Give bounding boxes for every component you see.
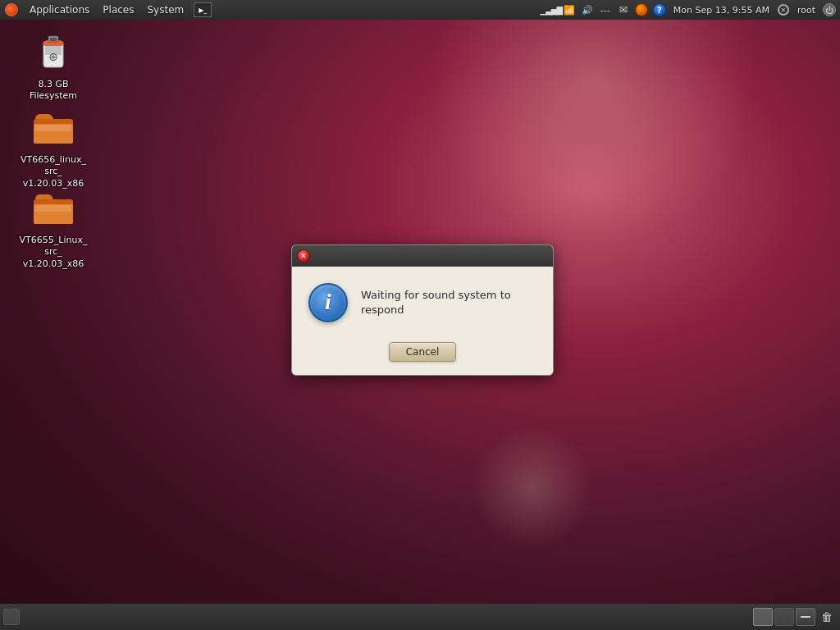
folder-vt6655-image [34,190,73,230]
desktop-icon-folder-vt6655[interactable]: VT6655_Linux_src_v1.20.03_x86 [12,187,94,275]
folder-vt6656-svg [34,112,73,147]
svg-rect-11 [35,205,71,212]
power-button-icon[interactable]: ✕ [776,2,791,17]
folder-vt6655-svg [34,193,73,227]
desktop-switcher [753,608,794,626]
info-icon: i [308,283,348,322]
usb-icon-svg: ⊕ [37,34,70,74]
help-icon[interactable]: ? [652,2,667,17]
clock: Mon Sep 13, 9:55 AM [670,0,773,20]
terminal-icon[interactable] [194,2,212,17]
bottom-panel-right: 🗑 [753,608,837,626]
desktop-switcher-2[interactable] [774,608,794,626]
bluetooth-icon[interactable]: --- [598,2,613,17]
firefox-icon[interactable] [634,2,649,17]
svg-rect-8 [35,125,71,131]
usb-icon-image: ⊕ [34,34,73,74]
desktop: Applications Places System ▁▃▅▇ 📶 🔊 --- … [0,0,840,630]
volume-icon[interactable]: 🔊 [580,2,595,17]
folder-vt6656-image [34,110,73,149]
wifi-icon[interactable]: 📶 [562,2,577,17]
dialog-content-row: i Waiting for sound system to respond [308,283,536,322]
svg-rect-5 [43,41,63,46]
svg-rect-3 [50,38,57,41]
panel-left: Applications Places System [3,0,544,20]
show-desktop-button[interactable] [3,609,20,625]
menu-item-places[interactable]: Places [96,0,140,20]
usb-filesystem-label: 8.3 GB Filesystem [16,77,91,104]
panel-right: ▁▃▅▇ 📶 🔊 --- ✉ ? Mo [544,0,837,20]
folder-vt6656-label: VT6656_linux_src_v1.20.03_x86 [16,153,91,191]
svg-text:⊕: ⊕ [48,50,58,63]
bottom-panel-left [3,609,753,625]
mail-icon[interactable]: ✉ [616,2,631,17]
dialog-close-button[interactable]: ✕ [297,249,310,262]
top-panel: Applications Places System ▁▃▅▇ 📶 🔊 --- … [0,0,840,20]
ubuntu-logo-icon[interactable] [3,2,20,18]
network-bars-icon[interactable]: ▁▃▅▇ [544,2,559,17]
info-icon-letter: i [325,289,331,315]
bottom-panel: 🗑 [0,604,840,630]
menu-item-system[interactable]: System [140,0,190,20]
taskbar-minimize-button[interactable] [796,608,815,626]
cancel-button[interactable]: Cancel [389,342,457,362]
folder-vt6655-label: VT6655_Linux_src_v1.20.03_x86 [16,233,91,272]
menu-item-applications[interactable]: Applications [23,0,96,20]
dialog-message: Waiting for sound system to respond [361,288,536,317]
sound-system-dialog: ✕ i Waiting for sound system to respond … [291,244,554,376]
desktop-icon-folder-vt6656[interactable]: VT6656_linux_src_v1.20.03_x86 [12,107,94,194]
trash-icon[interactable]: 🗑 [817,608,837,626]
dialog-titlebar: ✕ [292,245,553,267]
dialog-body: i Waiting for sound system to respond Ca… [292,267,553,375]
username[interactable]: root [794,0,819,20]
dialog-buttons: Cancel [308,342,536,362]
desktop-icon-usb[interactable]: ⊕ 8.3 GB Filesystem [12,31,94,107]
shutdown-icon[interactable]: ⏻ [822,2,837,17]
desktop-switcher-1[interactable] [753,608,773,626]
